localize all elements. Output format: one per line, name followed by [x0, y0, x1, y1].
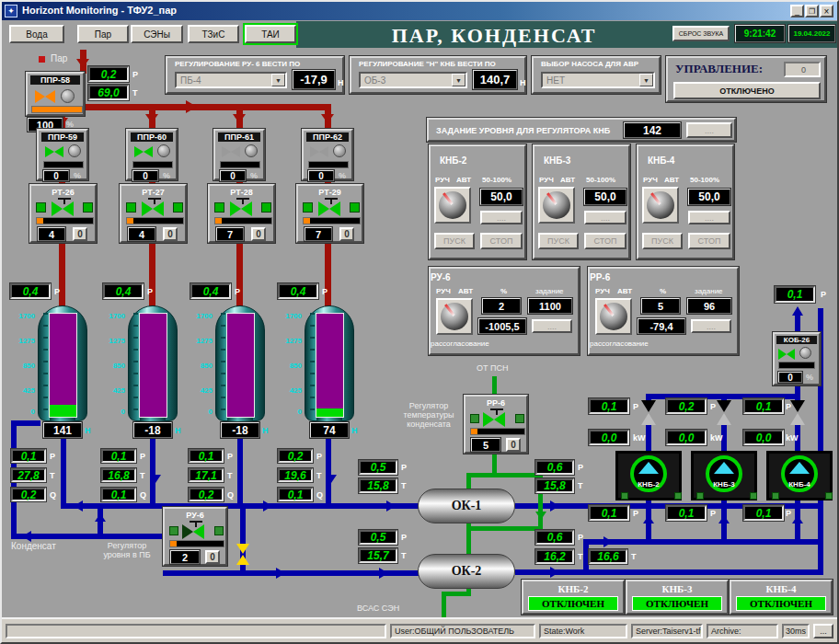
statusbar-server: Server:Taiserv1-tfu2 — [631, 624, 703, 638]
manual-valve-icon[interactable] — [236, 544, 249, 554]
mode-knob[interactable] — [434, 187, 471, 224]
panel-title: ВЫБОР НАСОСА ДЛЯ АВР — [541, 60, 638, 68]
valve-setpoint[interactable]: 0 — [506, 438, 521, 452]
knb2-control-panel: КНБ-2 РУЧ АВТ 50-100% 50,0 .... ПУСК СТО… — [429, 144, 526, 259]
kob26-valve-block[interactable]: КОБ-26 0 % — [773, 332, 821, 385]
panel-title: РЕГУЛИРОВАНИЕ "Н" КНБ ВЕСТИ ПО — [359, 60, 496, 68]
close-button[interactable]: × — [820, 5, 833, 17]
rt29-regulator-block[interactable]: РТ-29 7 0 — [296, 184, 363, 243]
titlebar: ✦ Horizont Monitoring - ТФУ2_пар _ ❐ × — [2, 2, 837, 20]
valve-icon — [483, 412, 494, 427]
scale-label: 0 — [280, 408, 302, 416]
status-square — [350, 202, 360, 213]
edit-button[interactable]: .... — [584, 211, 626, 224]
scale-label: 1275 — [280, 337, 302, 345]
ppr60-valve-block[interactable]: ППР-60 0 % — [126, 129, 178, 180]
pump-knb4[interactable]: КНБ-4 — [766, 451, 833, 500]
chevron-down-icon[interactable]: ▼ — [271, 74, 285, 86]
setpoint-edit-button[interactable]: .... — [686, 122, 732, 138]
unit-label: Р — [633, 509, 638, 518]
range-label: 50-100% — [690, 176, 719, 184]
regulator-setpoint[interactable]: 0 — [163, 227, 178, 241]
stop-button[interactable]: СТОП — [480, 233, 523, 249]
avr-select[interactable]: НЕТ▼ — [541, 72, 655, 88]
manual-valve-icon[interactable] — [236, 555, 249, 565]
sound-reset-button[interactable]: СБРОС ЗВУКА — [672, 26, 730, 41]
maximize-button[interactable]: ❐ — [805, 5, 819, 17]
actuator-icon — [333, 144, 346, 157]
readout: 16,6 — [589, 549, 627, 564]
start-button[interactable]: ПУСК — [434, 233, 475, 249]
range-label: 50-100% — [586, 176, 615, 184]
regulator-setpoint[interactable]: 0 — [73, 227, 87, 241]
tab-par[interactable]: Пар — [77, 25, 129, 43]
pump-knb3[interactable]: КНБ-3 — [691, 451, 757, 500]
unit-label: Н — [175, 426, 181, 435]
ru6-valve-block[interactable]: РУ-6 2 0 — [163, 507, 227, 566]
rr6-valve-block[interactable]: РР-6 5 0 — [464, 395, 528, 454]
steam-header-pipe — [85, 104, 331, 110]
position-bar — [31, 106, 83, 113]
avt-label: АВТ — [456, 176, 471, 184]
ruch-label: РУЧ — [436, 287, 451, 295]
readout: 27,8 — [11, 468, 46, 482]
psn-pipe — [492, 376, 497, 395]
tab-tzis[interactable]: ТЗиС — [188, 25, 239, 43]
chevron-down-icon[interactable]: ▼ — [639, 74, 653, 86]
ppr62-valve-block[interactable]: ППР-62 0 % — [302, 129, 353, 180]
tab-tai-active[interactable]: ТАИ — [245, 25, 296, 43]
rt27-regulator-block[interactable]: РТ-27 4 0 — [120, 184, 187, 243]
speed-value: 50,0 — [584, 189, 626, 205]
valve-name: ППР-62 — [306, 132, 349, 142]
valve-icon — [193, 524, 204, 539]
mode-knob[interactable] — [436, 298, 473, 335]
level-regulator-label: Регулятор уровня в ПБ — [94, 541, 160, 559]
ppr59-valve-block[interactable]: ППР-59 0 % — [37, 129, 88, 180]
unit-label: Р — [227, 452, 233, 461]
rt28-regulator-block[interactable]: РТ-28 7 0 — [208, 184, 275, 243]
readout: 17,1 — [189, 468, 224, 482]
unit-label: Т — [578, 552, 583, 561]
ppr61-valve-block[interactable]: ППР-61 0 % — [213, 129, 265, 180]
unit-label: Р — [132, 70, 138, 79]
unit-label: Р — [316, 452, 322, 461]
stop-button[interactable]: СТОП — [584, 233, 626, 249]
valve-percent: 0 — [220, 170, 246, 181]
control-status-button[interactable]: ОТКЛЮЧЕНО — [673, 82, 821, 99]
tab-voda[interactable]: Вода — [9, 25, 64, 43]
flow-arrow — [186, 100, 197, 113]
reg-knb-select[interactable]: ОБ-3▼ — [359, 72, 467, 88]
valve-setpoint[interactable]: 0 — [205, 550, 220, 564]
reg-knb-panel: РЕГУЛИРОВАНИЕ "Н" КНБ ВЕСТИ ПО ОБ-3▼ 140… — [350, 56, 526, 94]
setpoint-label: задание — [535, 287, 564, 295]
reg-ru6-select[interactable]: ПБ-4▼ — [175, 72, 287, 88]
edit-button[interactable]: .... — [480, 211, 523, 224]
statusbar-state: State:Work — [539, 624, 627, 638]
flow-arrow — [603, 536, 613, 547]
regulator-setpoint[interactable]: 0 — [339, 227, 354, 241]
ppr58-valve-block[interactable]: ППР-58 — [26, 72, 85, 116]
flow-arrow — [792, 306, 803, 316]
start-button[interactable]: ПУСК — [538, 233, 579, 249]
readout: 0,1 — [101, 449, 136, 463]
pump-knb2[interactable]: КНБ-2 — [615, 451, 682, 500]
minimize-button[interactable]: _ — [790, 5, 804, 17]
control-panel: УПРАВЛЕНИЕ: 0 ОТКЛЮЧЕНО — [666, 56, 826, 102]
stop-button[interactable]: СТОП — [688, 233, 730, 249]
mode-knob[interactable] — [538, 187, 575, 224]
statusbar-more-button[interactable]: ... — [813, 624, 833, 638]
mode-knob[interactable] — [595, 298, 632, 335]
edit-button[interactable]: .... — [688, 211, 730, 224]
tab-seny[interactable]: СЭНы — [131, 25, 183, 43]
edit-button[interactable]: .... — [691, 319, 731, 333]
start-button[interactable]: ПУСК — [642, 233, 683, 249]
pump-discharge-pipe — [646, 425, 651, 451]
valve-icon — [310, 146, 319, 157]
exchanger-name: ОК-1 — [452, 499, 482, 513]
mode-knob[interactable] — [642, 187, 679, 224]
rt26-regulator-block[interactable]: РТ-26 4 0 — [29, 184, 97, 243]
regulator-setpoint[interactable]: 0 — [251, 227, 266, 241]
valve-icon — [787, 349, 795, 360]
edit-button[interactable]: .... — [532, 319, 572, 333]
chevron-down-icon[interactable]: ▼ — [452, 74, 465, 86]
